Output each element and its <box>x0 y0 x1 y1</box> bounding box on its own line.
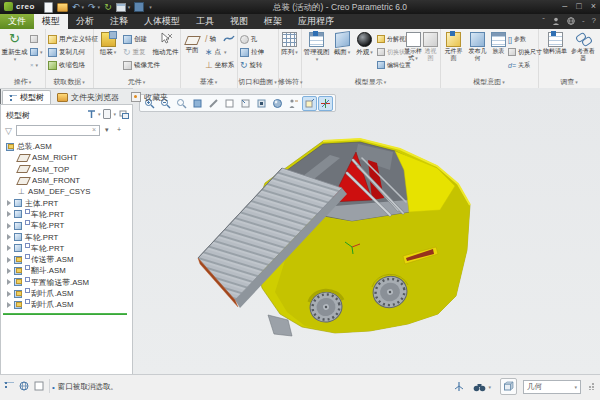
tree-row-part[interactable]: 车轮.PRT <box>1 220 132 231</box>
tree-filters-button[interactable]: ▾ <box>87 108 101 120</box>
repeat-button[interactable]: ↻重复 <box>123 46 146 58</box>
tab-annotate[interactable]: 注释 <box>102 14 136 29</box>
view-manager-button[interactable] <box>254 96 269 111</box>
saved-orientations-button[interactable] <box>238 96 253 111</box>
tab-applications[interactable]: 应用程序 <box>290 14 342 29</box>
tree-row-csys[interactable]: ⊥ASM_DEF_CSYS <box>1 186 132 197</box>
publish-geometry-button[interactable]: 发布几何 <box>466 32 489 62</box>
regenerate-button[interactable]: ↻ 重新生成▾ <box>1 32 28 63</box>
relations-button[interactable]: d=关系 <box>508 59 530 71</box>
save-button[interactable] <box>134 2 144 13</box>
toggle-full-window-icon[interactable] <box>34 381 44 391</box>
insert-here-indicator[interactable] <box>3 313 127 315</box>
find-button[interactable]: ▾ <box>470 378 494 395</box>
tree-row-subassembly[interactable]: 刮叶爪.ASM <box>1 299 132 310</box>
tab-folder-browser[interactable]: 文件夹浏览器 <box>51 90 125 104</box>
expand-arrow-icon[interactable] <box>7 245 11 251</box>
tree-row-part[interactable]: 车轮.PRT <box>1 231 132 242</box>
tab-analysis[interactable]: 分析 <box>68 14 102 29</box>
family-table-button[interactable]: 族表 <box>490 32 507 55</box>
datum-point-button[interactable]: ∗点▾ <box>205 46 227 58</box>
sections-button[interactable]: 截面▾ <box>331 32 353 56</box>
expand-arrow-icon[interactable] <box>7 302 11 308</box>
bom-button[interactable]: 物料清单 <box>542 32 568 55</box>
tree-row-part[interactable]: 车轮.PRT <box>1 209 132 220</box>
redo-button[interactable]: ↷▾ <box>88 2 100 13</box>
display-style-button-mini[interactable] <box>222 96 237 111</box>
group-label-datum[interactable]: 基准▾ <box>180 77 237 87</box>
tree-row-subassembly[interactable]: 刮叶爪.ASM <box>1 288 132 299</box>
group-label-component[interactable]: 元件▾ <box>93 77 180 87</box>
filter-options-button[interactable]: ▾ <box>105 126 109 134</box>
undo-button[interactable]: ↶▾ <box>72 2 84 13</box>
tab-manikin[interactable]: 人体模型 <box>136 14 188 29</box>
options-dash-icon[interactable]: - <box>582 16 585 25</box>
selection-filter-combo[interactable]: 几何 ▾ <box>523 380 581 394</box>
appearances-gallery-button[interactable] <box>270 96 285 111</box>
shrinkwrap-button[interactable]: 收缩包络 <box>48 59 85 71</box>
tree-show-button[interactable] <box>119 108 129 120</box>
tab-tools[interactable]: 工具 <box>188 14 222 29</box>
expand-arrow-icon[interactable] <box>7 257 11 263</box>
expand-arrow-icon[interactable] <box>7 234 11 240</box>
tree-row-subassembly[interactable]: 平置输送带.ASM <box>1 277 132 288</box>
datum-plane-button[interactable]: 平面 <box>181 32 203 53</box>
regen-manager-icon[interactable] <box>454 381 464 392</box>
sketch-button[interactable] <box>223 32 235 44</box>
group-label-model-intent[interactable]: 模型意图▾ <box>440 77 538 87</box>
panel-splitter[interactable] <box>133 88 135 375</box>
tree-columns-button[interactable]: ▾ <box>103 108 116 120</box>
parameters-button[interactable]: []参数 <box>508 33 526 45</box>
new-file-button[interactable] <box>44 2 53 13</box>
group-label-modifiers[interactable]: 修饰符▾ <box>278 77 301 87</box>
tree-row-part[interactable]: 车轮.PRT <box>1 243 132 254</box>
resize-grip[interactable] <box>587 383 594 390</box>
expand-arrow-icon[interactable] <box>7 223 11 229</box>
expand-arrow-icon[interactable] <box>7 291 11 297</box>
drag-component-button[interactable]: 拖动元件 <box>152 32 179 55</box>
datum-csys-button[interactable]: ⊥坐标系 <box>205 59 234 71</box>
tree-row-datum[interactable]: ASM_TOP <box>1 164 132 175</box>
open-button[interactable] <box>57 2 68 13</box>
tree-row-datum[interactable]: ASM_RIGHT <box>1 152 132 163</box>
expand-arrow-icon[interactable] <box>7 200 11 206</box>
toggle-browser-icon[interactable] <box>19 381 29 391</box>
tree-row-subassembly[interactable]: 传送带.ASM <box>1 254 132 265</box>
extrude-button[interactable]: 拉伸 <box>240 46 264 58</box>
minimize-ribbon-button[interactable]: ˆ <box>542 16 545 25</box>
close-button[interactable]: × <box>591 1 596 11</box>
group-label-investigate[interactable]: 调查▾ <box>538 77 600 87</box>
perspective-button[interactable]: 透视图 <box>422 32 439 62</box>
mirror-component-button[interactable]: 镜像元件 <box>123 59 160 71</box>
spin-center-button[interactable] <box>318 96 333 111</box>
user-account-icon[interactable] <box>552 17 560 25</box>
tree-row-subassembly[interactable]: 翻斗.ASM <box>1 265 132 276</box>
appearances-button[interactable]: 外观▾ <box>354 32 375 56</box>
expand-arrow-icon[interactable] <box>7 279 11 285</box>
copy-geometry-button[interactable]: 复制几何 <box>48 46 85 58</box>
group-label-operations[interactable]: 操作▾ <box>0 77 45 87</box>
expand-arrow-icon[interactable] <box>7 268 11 274</box>
delete-button[interactable]: ×▾ <box>30 59 38 70</box>
revolve-button[interactable]: ↻旋转 <box>240 59 263 71</box>
windows-button[interactable]: ▾ <box>116 2 131 13</box>
maximize-button[interactable]: □ <box>576 1 581 11</box>
zoom-region-button[interactable] <box>174 96 189 111</box>
help-button[interactable]: ? <box>592 16 596 25</box>
graphics-viewport[interactable] <box>133 88 600 375</box>
annotation-display-button[interactable] <box>286 96 301 111</box>
refit-button[interactable] <box>190 96 205 111</box>
pattern-button[interactable]: 阵列▾ <box>279 32 300 56</box>
filter-add-button[interactable]: + <box>117 126 121 133</box>
tab-framework[interactable]: 框架 <box>256 14 290 29</box>
switch-dimensions-button[interactable]: 切换尺寸 <box>508 46 542 58</box>
create-component-button[interactable]: 创建 <box>123 33 147 45</box>
group-label-cut-surface[interactable]: 切口和曲面▾ <box>237 77 278 87</box>
manage-views-button[interactable]: 管理视图▾ <box>303 32 330 63</box>
repaint-button[interactable] <box>206 96 221 111</box>
datum-axis-button[interactable]: /轴 <box>205 33 221 45</box>
connect-globe-icon[interactable] <box>567 17 575 25</box>
tab-model-tree[interactable]: 模型树 <box>2 90 51 104</box>
reference-viewer-button[interactable]: 参考查看器 <box>570 32 596 62</box>
group-label-get-data[interactable]: 获取数据▾ <box>45 77 93 87</box>
